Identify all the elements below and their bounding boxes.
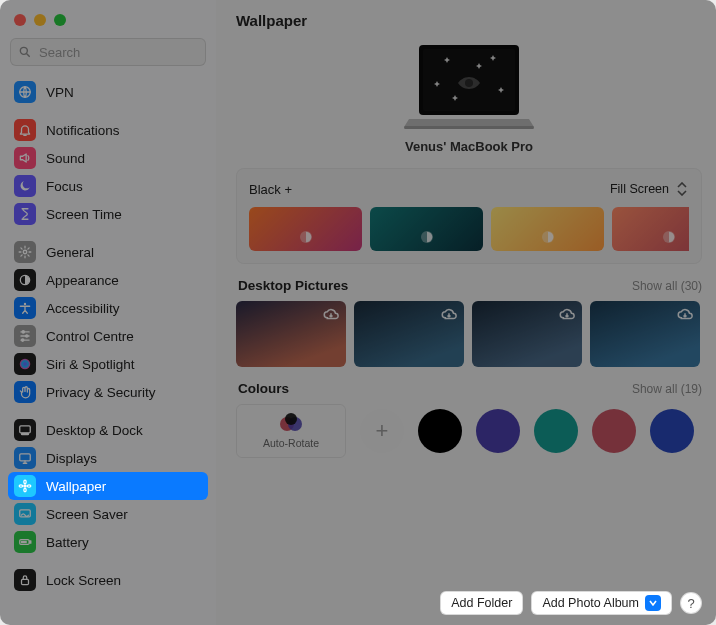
sidebar-item-label: Appearance [46,273,119,288]
desktop-picture-thumb[interactable] [590,301,700,367]
desktop-picture-thumb[interactable] [236,301,346,367]
desktop-picture-thumb[interactable] [472,301,582,367]
svg-rect-25 [22,579,29,584]
dynamic-indicator-icon [419,229,435,245]
chevron-up-down-icon [675,181,689,197]
dock-icon [14,419,36,441]
globe-icon [14,81,36,103]
sidebar-item-label: Screen Time [46,207,122,222]
speaker-icon [14,147,36,169]
sidebar-item-wallpaper[interactable]: Wallpaper [8,472,208,500]
svg-point-5 [24,303,26,305]
colours-title: Colours [238,381,289,396]
current-wallpaper-box: Black + Fill Screen [236,168,702,264]
svg-point-16 [24,485,26,487]
sidebar-item-label: Screen Saver [46,507,128,522]
fit-mode-value: Fill Screen [610,182,669,196]
bell-icon [14,119,36,141]
sidebar-item-label: Siri & Spotlight [46,357,135,372]
wallpaper-thumb[interactable] [249,207,362,251]
sidebar-item-screen-saver[interactable]: Screen Saver [8,500,208,528]
lock-icon [14,569,36,591]
sidebar-item-battery[interactable]: Battery [8,528,208,556]
sidebar-item-notifications[interactable]: Notifications [8,116,208,144]
sidebar-item-lock-screen[interactable]: Lock Screen [8,566,208,594]
colour-swatch[interactable] [650,409,694,453]
wallpaper-preview-area: Venus' MacBook Pro [236,35,702,168]
svg-point-18 [24,488,26,492]
sidebar-item-screen-time[interactable]: Screen Time [8,200,208,228]
svg-point-30 [465,79,473,87]
dynamic-indicator-icon [661,229,677,245]
screensaver-icon [14,503,36,525]
sidebar-item-control-centre[interactable]: Control Centre [8,322,208,350]
help-button[interactable]: ? [680,592,702,614]
svg-rect-23 [30,541,31,543]
cloud-download-icon [440,307,458,321]
svg-point-3 [23,250,27,254]
current-wallpaper-name: Black + [249,182,292,197]
sidebar-item-sound[interactable]: Sound [8,144,208,172]
colours-show-all[interactable]: Show all (19) [632,382,702,396]
laptop-preview-icon [404,41,534,131]
close-window-button[interactable] [14,14,26,26]
cloud-download-icon [676,307,694,321]
colour-swatch[interactable] [592,409,636,453]
dynamic-indicator-icon [298,229,314,245]
svg-point-10 [26,335,28,337]
sidebar-item-label: Notifications [46,123,120,138]
cloud-download-icon [322,307,340,321]
search-field-wrap [10,38,206,66]
desktop-pictures-title: Desktop Pictures [238,278,348,293]
sidebar-item-label: Displays [46,451,97,466]
search-icon [18,45,32,59]
add-photo-album-button[interactable]: Add Photo Album [531,591,672,615]
hourglass-icon [14,203,36,225]
colour-swatch[interactable] [418,409,462,453]
desktop-picture-thumb[interactable] [354,301,464,367]
colours-row: Auto-Rotate + [236,404,702,458]
colour-swatch[interactable] [534,409,578,453]
accessibility-icon [14,297,36,319]
svg-rect-15 [20,454,31,461]
footer-bar: Add Folder Add Photo Album ? [236,577,702,615]
maximize-window-button[interactable] [54,14,66,26]
sidebar-item-siri-spotlight[interactable]: Siri & Spotlight [8,350,208,378]
svg-marker-28 [404,119,534,127]
wallpaper-thumb[interactable] [491,207,604,251]
search-input[interactable] [10,38,206,66]
sidebar-item-label: Privacy & Security [46,385,156,400]
window-controls [8,8,208,36]
sidebar: VPNNotificationsSoundFocusScreen TimeGen… [0,0,216,625]
sidebar-item-label: Control Centre [46,329,134,344]
page-title: Wallpaper [236,12,702,29]
add-folder-button[interactable]: Add Folder [440,591,523,615]
sidebar-item-focus[interactable]: Focus [8,172,208,200]
sidebar-item-desktop-dock[interactable]: Desktop & Dock [8,416,208,444]
sidebar-item-privacy-security[interactable]: Privacy & Security [8,378,208,406]
hand-icon [14,381,36,403]
main-content: Wallpaper Venus' MacBook Pro Black + [216,0,716,625]
colour-swatch[interactable] [476,409,520,453]
flower-icon [14,475,36,497]
sidebar-item-vpn[interactable]: VPN [8,78,208,106]
desktop-pictures-show-all[interactable]: Show all (30) [632,279,702,293]
wallpaper-thumb[interactable] [612,207,689,251]
minimize-window-button[interactable] [34,14,46,26]
svg-rect-24 [21,541,27,543]
fit-mode-select[interactable]: Fill Screen [610,181,689,197]
sidebar-item-general[interactable]: General [8,238,208,266]
auto-rotate-tile[interactable]: Auto-Rotate [236,404,346,458]
gear-icon [14,241,36,263]
wallpaper-thumb[interactable] [370,207,483,251]
sidebar-item-label: Battery [46,535,89,550]
sidebar-item-accessibility[interactable]: Accessibility [8,294,208,322]
sidebar-item-appearance[interactable]: Appearance [8,266,208,294]
auto-rotate-label: Auto-Rotate [263,437,319,449]
sidebar-item-label: Sound [46,151,85,166]
svg-point-12 [20,359,31,370]
sidebar-item-displays[interactable]: Displays [8,444,208,472]
svg-point-0 [20,47,27,54]
add-colour-button[interactable]: + [360,409,404,453]
svg-point-37 [285,413,297,425]
